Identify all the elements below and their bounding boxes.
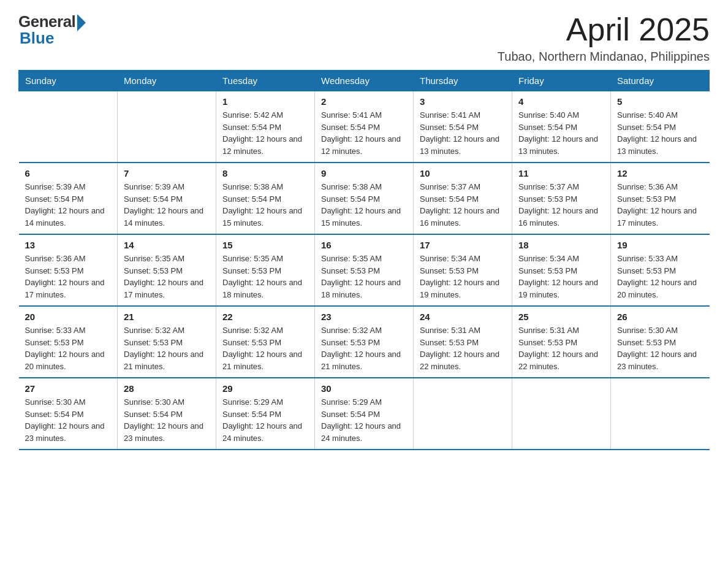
- day-number: 26: [617, 312, 703, 322]
- day-cell: 11Sunrise: 5:37 AMSunset: 5:53 PMDayligh…: [512, 163, 611, 234]
- day-cell: [414, 378, 512, 450]
- week-row-3: 20Sunrise: 5:33 AMSunset: 5:53 PMDayligh…: [19, 306, 710, 378]
- day-cell: 7Sunrise: 5:39 AMSunset: 5:54 PMDaylight…: [118, 163, 216, 234]
- day-detail: Sunrise: 5:34 AMSunset: 5:53 PMDaylight:…: [420, 253, 506, 301]
- day-cell: 17Sunrise: 5:34 AMSunset: 5:53 PMDayligh…: [414, 234, 512, 306]
- day-cell: 22Sunrise: 5:32 AMSunset: 5:53 PMDayligh…: [216, 306, 315, 378]
- header-cell-wednesday: Wednesday: [315, 71, 414, 91]
- day-cell: 28Sunrise: 5:30 AMSunset: 5:54 PMDayligh…: [118, 378, 216, 450]
- day-cell: [611, 378, 710, 450]
- day-cell: 30Sunrise: 5:29 AMSunset: 5:54 PMDayligh…: [315, 378, 414, 450]
- day-number: 8: [222, 168, 308, 178]
- day-cell: 18Sunrise: 5:34 AMSunset: 5:53 PMDayligh…: [512, 234, 611, 306]
- day-number: 5: [617, 96, 703, 107]
- day-number: 23: [321, 312, 407, 322]
- day-cell: 12Sunrise: 5:36 AMSunset: 5:53 PMDayligh…: [611, 163, 710, 234]
- week-row-0: 1Sunrise: 5:42 AMSunset: 5:54 PMDaylight…: [19, 91, 710, 163]
- day-detail: Sunrise: 5:35 AMSunset: 5:53 PMDaylight:…: [124, 253, 210, 301]
- logo-arrow-icon: [77, 14, 86, 31]
- day-detail: Sunrise: 5:33 AMSunset: 5:53 PMDaylight:…: [617, 253, 703, 301]
- header-cell-sunday: Sunday: [19, 71, 118, 91]
- day-number: 29: [222, 383, 308, 394]
- day-detail: Sunrise: 5:36 AMSunset: 5:53 PMDaylight:…: [617, 181, 703, 229]
- day-detail: Sunrise: 5:38 AMSunset: 5:54 PMDaylight:…: [321, 181, 407, 229]
- day-number: 9: [321, 168, 407, 178]
- day-number: 21: [124, 312, 210, 322]
- header-cell-saturday: Saturday: [611, 71, 710, 91]
- day-cell: 6Sunrise: 5:39 AMSunset: 5:54 PMDaylight…: [19, 163, 118, 234]
- day-cell: 20Sunrise: 5:33 AMSunset: 5:53 PMDayligh…: [19, 306, 118, 378]
- calendar-header: SundayMondayTuesdayWednesdayThursdayFrid…: [19, 71, 710, 91]
- day-number: 2: [321, 96, 407, 107]
- week-row-1: 6Sunrise: 5:39 AMSunset: 5:54 PMDaylight…: [19, 163, 710, 234]
- day-cell: 3Sunrise: 5:41 AMSunset: 5:54 PMDaylight…: [414, 91, 512, 163]
- day-detail: Sunrise: 5:35 AMSunset: 5:53 PMDaylight:…: [222, 253, 308, 301]
- page-header: General Blue April 2025 Tubao, Northern …: [18, 12, 710, 64]
- calendar-location: Tubao, Northern Mindanao, Philippines: [498, 50, 710, 64]
- day-detail: Sunrise: 5:32 AMSunset: 5:53 PMDaylight:…: [321, 324, 407, 372]
- day-detail: Sunrise: 5:33 AMSunset: 5:53 PMDaylight:…: [25, 324, 112, 372]
- title-block: April 2025 Tubao, Northern Mindanao, Phi…: [498, 12, 710, 64]
- day-detail: Sunrise: 5:41 AMSunset: 5:54 PMDaylight:…: [321, 109, 407, 157]
- day-cell: 23Sunrise: 5:32 AMSunset: 5:53 PMDayligh…: [315, 306, 414, 378]
- day-detail: Sunrise: 5:31 AMSunset: 5:53 PMDaylight:…: [518, 324, 604, 372]
- day-detail: Sunrise: 5:35 AMSunset: 5:53 PMDaylight:…: [321, 253, 407, 301]
- day-cell: 14Sunrise: 5:35 AMSunset: 5:53 PMDayligh…: [118, 234, 216, 306]
- day-cell: 21Sunrise: 5:32 AMSunset: 5:53 PMDayligh…: [118, 306, 216, 378]
- day-number: 22: [222, 312, 308, 322]
- day-number: 19: [617, 240, 703, 250]
- day-detail: Sunrise: 5:39 AMSunset: 5:54 PMDaylight:…: [124, 181, 210, 229]
- day-number: 16: [321, 240, 407, 250]
- day-cell: 27Sunrise: 5:30 AMSunset: 5:54 PMDayligh…: [19, 378, 118, 450]
- logo: General Blue: [18, 12, 86, 48]
- day-cell: 26Sunrise: 5:30 AMSunset: 5:53 PMDayligh…: [611, 306, 710, 378]
- day-cell: 29Sunrise: 5:29 AMSunset: 5:54 PMDayligh…: [216, 378, 315, 450]
- day-number: 1: [222, 96, 308, 107]
- day-number: 20: [25, 312, 112, 322]
- day-detail: Sunrise: 5:31 AMSunset: 5:53 PMDaylight:…: [420, 324, 506, 372]
- day-detail: Sunrise: 5:38 AMSunset: 5:54 PMDaylight:…: [222, 181, 308, 229]
- day-number: 28: [124, 383, 210, 394]
- day-detail: Sunrise: 5:29 AMSunset: 5:54 PMDaylight:…: [321, 396, 407, 444]
- day-number: 15: [222, 240, 308, 250]
- day-cell: 25Sunrise: 5:31 AMSunset: 5:53 PMDayligh…: [512, 306, 611, 378]
- day-cell: 1Sunrise: 5:42 AMSunset: 5:54 PMDaylight…: [216, 91, 315, 163]
- day-cell: 2Sunrise: 5:41 AMSunset: 5:54 PMDaylight…: [315, 91, 414, 163]
- day-number: 6: [25, 168, 112, 178]
- day-detail: Sunrise: 5:29 AMSunset: 5:54 PMDaylight:…: [222, 396, 308, 444]
- calendar-table: SundayMondayTuesdayWednesdayThursdayFrid…: [18, 70, 710, 450]
- day-detail: Sunrise: 5:30 AMSunset: 5:53 PMDaylight:…: [617, 324, 703, 372]
- week-row-2: 13Sunrise: 5:36 AMSunset: 5:53 PMDayligh…: [19, 234, 710, 306]
- day-number: 3: [420, 96, 506, 107]
- calendar-title: April 2025: [498, 12, 710, 47]
- day-number: 7: [124, 168, 210, 178]
- day-detail: Sunrise: 5:40 AMSunset: 5:54 PMDaylight:…: [518, 109, 604, 157]
- day-detail: Sunrise: 5:36 AMSunset: 5:53 PMDaylight:…: [25, 253, 112, 301]
- day-number: 4: [518, 96, 604, 107]
- day-number: 13: [25, 240, 112, 250]
- day-cell: 8Sunrise: 5:38 AMSunset: 5:54 PMDaylight…: [216, 163, 315, 234]
- day-detail: Sunrise: 5:39 AMSunset: 5:54 PMDaylight:…: [25, 181, 112, 229]
- day-detail: Sunrise: 5:37 AMSunset: 5:53 PMDaylight:…: [518, 181, 604, 229]
- day-number: 27: [25, 383, 112, 394]
- day-detail: Sunrise: 5:41 AMSunset: 5:54 PMDaylight:…: [420, 109, 506, 157]
- week-row-4: 27Sunrise: 5:30 AMSunset: 5:54 PMDayligh…: [19, 378, 710, 450]
- day-cell: 15Sunrise: 5:35 AMSunset: 5:53 PMDayligh…: [216, 234, 315, 306]
- day-number: 18: [518, 240, 604, 250]
- day-detail: Sunrise: 5:32 AMSunset: 5:53 PMDaylight:…: [222, 324, 308, 372]
- day-detail: Sunrise: 5:40 AMSunset: 5:54 PMDaylight:…: [617, 109, 703, 157]
- day-number: 14: [124, 240, 210, 250]
- logo-blue-text: Blue: [20, 29, 54, 48]
- day-cell: [118, 91, 216, 163]
- day-detail: Sunrise: 5:37 AMSunset: 5:54 PMDaylight:…: [420, 181, 506, 229]
- header-cell-tuesday: Tuesday: [216, 71, 315, 91]
- day-number: 24: [420, 312, 506, 322]
- day-cell: 24Sunrise: 5:31 AMSunset: 5:53 PMDayligh…: [414, 306, 512, 378]
- day-cell: 16Sunrise: 5:35 AMSunset: 5:53 PMDayligh…: [315, 234, 414, 306]
- day-cell: [19, 91, 118, 163]
- day-cell: 9Sunrise: 5:38 AMSunset: 5:54 PMDaylight…: [315, 163, 414, 234]
- day-detail: Sunrise: 5:34 AMSunset: 5:53 PMDaylight:…: [518, 253, 604, 301]
- calendar-body: 1Sunrise: 5:42 AMSunset: 5:54 PMDaylight…: [19, 91, 710, 450]
- day-cell: 13Sunrise: 5:36 AMSunset: 5:53 PMDayligh…: [19, 234, 118, 306]
- day-detail: Sunrise: 5:30 AMSunset: 5:54 PMDaylight:…: [124, 396, 210, 444]
